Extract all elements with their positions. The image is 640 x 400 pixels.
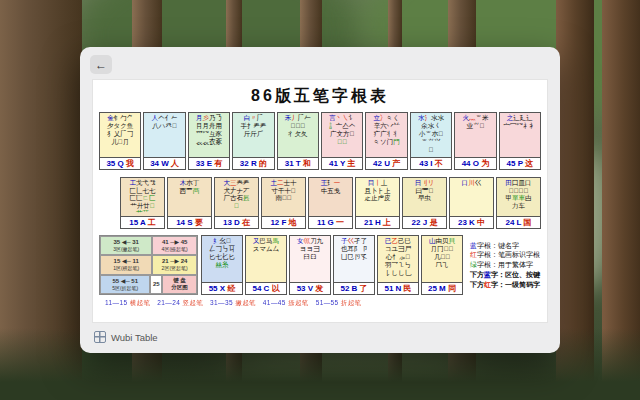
key-label-A: 15 A 工 [121,216,164,228]
key-label-J: 22 J 是 [403,216,446,228]
key-label-G: 11 G 一 [309,216,352,228]
back-button[interactable]: ← [90,55,112,74]
window-titlebar: ← [80,47,560,79]
keyboard-zone-legend: 35 ◀─ 313区(撇起笔)41 ─▶ 454区(捺起笔)15 ◀─ 111区… [99,235,198,295]
key-cell-F: 土二士十寸干十𠦂雨𠕒𠦃12 F 地 [261,177,306,229]
key-label-O: 44 O 为 [455,157,495,169]
key-label-Q: 35 Q 我 [100,157,140,169]
key-cell-J: 日刂リ曰⺜𣄼早虫22 J 是 [402,177,447,229]
roots-J: 日刂リ曰⺜𣄼早虫 [403,178,446,216]
key-label-R: 32 R 的 [233,157,273,169]
key-label-M: 25 M 同 [422,282,462,294]
roots-C: 又巴马馬スマム厶 [246,236,286,282]
chart-title: 86版五笔字根表 [99,86,541,107]
key-row-top: 金钅勹⺈夕タク鱼犭乂𠂆𠃌儿𠘧⺆35 Q 我人𠆢亻𠂉八ハ癶𣥂34 W 人月彡乃𠄎⺝… [99,112,541,170]
roots-S: 木朩丁西覀襾 [168,178,211,216]
roots-H: 目丨丄且卜⺊上龰止虍皮 [356,178,399,216]
roots-K: 口川巜 [450,178,493,216]
roots-T: 禾丿𠂆𠂉𥝌竹⺮彳攵夂 [278,113,318,157]
legend-zone-cell: 15 ◀─ 111区(横起笔) [100,255,152,274]
roots-B: 子巜孑了也耳阝卩凵㔾卪孓 [334,236,374,282]
wubi-chart: 86版五笔字根表 金钅勹⺈夕タク鱼犭乂𠂆𠃌儿𠘧⺆35 Q 我人𠆢亻𠂉八ハ癶𣥂34… [92,79,548,323]
caption-line: 11—15 横起笔 21—24 竖起笔 31—35 撇起笔 41—45 捺起笔 … [105,299,541,308]
key-cell-Q: 金钅勹⺈夕タク鱼犭乂𠂆𠃌儿𠘧⺆35 Q 我 [99,112,141,170]
key-cell-V: 女巛刀九ヨヨ彐臼𦥑53 V 发 [289,235,331,295]
legend-zone-cell: 41 ─▶ 454区(捺起笔) [152,236,197,255]
key-label-F: 12 F 地 [262,216,305,228]
key-label-D: 13 D 在 [215,216,258,228]
key-label-N: 51 N 民 [378,282,418,294]
key-cell-G: 王⺩一㐄五戋11 G 一 [308,177,353,229]
note-line: 蓝字根：键名字 [470,241,541,251]
roots-L: 田囗皿口𡇑𫩏四罒甲單車甴力车 [497,178,540,216]
roots-I: 水氵氺⺢氽氺𡿨小⺌朩𣎳⺌⺍𭕄𣥂 [411,113,451,157]
key-cell-B: 子巜孑了也耳阝卩凵㔾卪孓52 B 了 [333,235,375,295]
roots-U: 立冫⺀く辛六丷䒑疒广丬⺦⺀ソ门門 [366,113,406,157]
app-title: Wubi Table [111,332,158,343]
key-cell-O: 火灬⺌米业⺍𡭬44 O 为 [454,112,496,170]
legend-zone-cell: 键 盘分区图 [162,275,197,294]
roots-X: 纟幺𢆶𠃋𠃌㇉㔿匕七𠤎匕𢇁糸 [202,236,242,282]
wubi-app-icon [94,331,106,343]
key-label-X: 55 X 经 [202,282,242,294]
key-label-E: 33 E 有 [189,157,229,169]
key-label-U: 42 U 产 [366,157,406,169]
roots-A: 工戈弋𢦏匚𠃊七七匚匸ㄈ匚艹廾廿𠦃⺾⺿ [121,178,164,216]
window-footer: Wubi Table [80,323,560,351]
roots-O: 火灬⺌米业⺍𡭬 [455,113,495,157]
key-cell-R: 白〃𠂆手扌龵龵斤斤⺁32 R 的 [232,112,274,170]
key-cell-W: 人𠆢亻𠂉八ハ癶𣥂34 W 人 [143,112,185,170]
roots-F: 土二士十寸干十𠦂雨𠕒𠦃 [262,178,305,216]
key-label-H: 21 H 上 [356,216,399,228]
key-cell-C: 又巴马馬スマム厶54 C 以 [245,235,287,295]
roots-R: 白〃𠂆手扌龵龵斤斤⺁ [233,113,273,157]
key-cell-K: 口川巜23 K 中 [449,177,494,229]
note-line: 下方红字：一级简码字 [470,280,541,290]
color-notes: 蓝字根：键名字红字根：笔画标识字根绿字根：用于繁体字下方蓝字：区位、按键下方红字… [466,241,541,290]
roots-G: 王⺩一㐄五戋 [309,178,352,216]
roots-Y: 言丶㇏讠訁亠亼𠆢广文方𠮛𠆜亯 [322,113,362,157]
key-label-W: 34 W 人 [144,157,184,169]
key-cell-X: 纟幺𢆶𠃋𠃌㇉㔿匕七𠤎匕𢇁糸55 X 经 [201,235,243,295]
key-cell-H: 目丨丄且卜⺊上龰止虍皮21 H 上 [355,177,400,229]
key-label-T: 31 T 和 [278,157,318,169]
legend-zone-cell: 21 ─▶ 242区(竖起笔) [152,255,197,274]
legend-zone-cell: 55 ◀─ 515区(折起笔) [100,275,150,294]
roots-M: 山由贝貝⺆冂𠔼𠃌几𠘧𠘨𠘨㇈ [422,236,462,282]
key-cell-E: 月彡乃𠄎⺝月舟用爫⺳彑豕𧘇𧘇衣豖33 E 有 [188,112,230,170]
roots-N: 已乙己巳コユ⺕尸心忄⺗𡰣羽乛㇅㇉㇙しし乚 [378,236,418,282]
app-window: ← 86版五笔字根表 金钅勹⺈夕タク鱼犭乂𠂆𠃌儿𠘧⺆35 Q 我人𠆢亻𠂉八ハ癶𣥂… [80,47,560,353]
key-cell-Y: 言丶㇏讠訁亠亼𠆢广文方𠮛𠆜亯41 Y 主 [321,112,363,170]
key-cell-M: 山由贝貝⺆冂𠔼𠃌几𠘧𠘨𠘨㇈25 M 同 [421,235,463,295]
key-label-L: 24 L 国 [497,216,540,228]
note-line: 绿字根：用于繁体字 [470,260,541,270]
note-line: 红字根：笔画标识字根 [470,250,541,260]
key-label-C: 54 C 以 [246,282,286,294]
key-cell-U: 立冫⺀く辛六丷䒑疒广丬⺦⺀ソ门門42 U 产 [365,112,407,170]
roots-P: 之辶廴⻌宀冖⺳礻衤 [500,113,540,157]
note-line: 下方蓝字：区位、按键 [470,270,541,280]
key-label-V: 53 V 发 [290,282,330,294]
back-arrow-icon: ← [95,58,107,72]
key-row-bottom: 35 ◀─ 313区(撇起笔)41 ─▶ 454区(捺起笔)15 ◀─ 111区… [99,235,541,295]
key-cell-T: 禾丿𠂆𠂉𥝌竹⺮彳攵夂31 T 和 [277,112,319,170]
key-cell-L: 田囗皿口𡇑𫩏四罒甲單車甴力车24 L 国 [496,177,541,229]
roots-V: 女巛刀九ヨヨ彐臼𦥑 [290,236,330,282]
roots-W: 人𠆢亻𠂉八ハ癶𣥂 [144,113,184,157]
key-cell-S: 木朩丁西覀襾14 S 要 [167,177,212,229]
key-label-B: 52 B 了 [334,282,374,294]
key-label-Y: 41 Y 主 [322,157,362,169]
key-label-P: 45 P 这 [500,157,540,169]
key-cell-D: 大三𡗗龵犬𠂇ナ丆厂古石镸𦣻13 D 在 [214,177,259,229]
key-cell-A: 工戈弋𢦏匚𠃊七七匚匸ㄈ匚艹廾廿𠦃⺾⺿15 A 工 [120,177,165,229]
key-cell-I: 水氵氺⺢氽氺𡿨小⺌朩𣎳⺌⺍𭕄𣥂43 I 不 [410,112,452,170]
legend-zone-cell: 25 [150,275,162,294]
roots-Q: 金钅勹⺈夕タク鱼犭乂𠂆𠃌儿𠘧⺆ [100,113,140,157]
key-cell-P: 之辶廴⻌宀冖⺳礻衤45 P 这 [499,112,541,170]
key-row-middle: 工戈弋𢦏匚𠃊七七匚匸ㄈ匚艹廾廿𠦃⺾⺿15 A 工木朩丁西覀襾14 S 要大三𡗗龵… [120,177,541,229]
legend-zone-cell: 35 ◀─ 313区(撇起笔) [100,236,152,255]
key-cell-N: 已乙己巳コユ⺕尸心忄⺗𡰣羽乛㇅㇉㇙しし乚51 N 民 [377,235,419,295]
roots-D: 大三𡗗龵犬𠂇ナ丆厂古石镸𦣻 [215,178,258,216]
roots-E: 月彡乃𠄎⺝月舟用爫⺳彑豕𧘇𧘇衣豖 [189,113,229,157]
key-label-K: 23 K 中 [450,216,493,228]
